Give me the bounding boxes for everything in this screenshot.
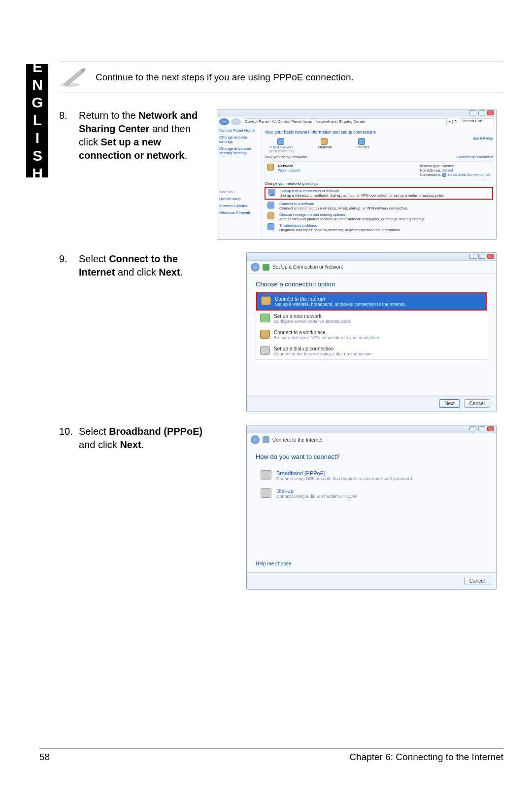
page-content: Continue to the next steps if you are us… xyxy=(59,62,503,602)
sidebar-link-inetopt[interactable]: Internet Options xyxy=(219,204,259,208)
note-text: Continue to the next steps if you are us… xyxy=(96,72,354,83)
next-button[interactable]: Next xyxy=(439,399,460,408)
maximize-button[interactable] xyxy=(478,426,485,431)
screenshot-connect-internet: Connect to the Internet How do you want … xyxy=(246,425,497,590)
step-number: 8. xyxy=(59,109,79,121)
active-networks-label: View your active networks xyxy=(265,155,307,159)
button-bar: Cancel xyxy=(247,572,496,589)
sidebar-link-homegroup[interactable]: HomeGroup xyxy=(219,197,259,201)
maximize-button[interactable] xyxy=(478,110,485,115)
wizard-prompt: Choose a connection option xyxy=(247,274,496,292)
forward-icon[interactable] xyxy=(231,118,241,125)
see-full-map-link[interactable]: See full map xyxy=(472,136,493,140)
maximize-button[interactable] xyxy=(478,254,485,259)
cancel-button[interactable]: Cancel xyxy=(464,577,490,585)
page-footer: 58 Chapter 6: Connecting to the Internet xyxy=(39,748,503,763)
active-network-box: Network Work network Access type: Intern… xyxy=(265,161,493,179)
pc-icon xyxy=(277,138,284,145)
network-icon xyxy=(267,164,274,171)
sidebar-panel: Control Panel Home Change adapter settin… xyxy=(217,126,262,239)
button-bar: Next Cancel xyxy=(247,395,496,412)
wizard-prompt: How do you want to connect? xyxy=(247,446,496,468)
breadcrumb-path[interactable]: Control Panel › All Control Panel Items … xyxy=(243,118,447,125)
internet-icon xyxy=(261,296,271,305)
homegroup-link[interactable]: Joined xyxy=(442,168,453,173)
main-panel: View your basic network information and … xyxy=(262,126,496,239)
minimize-button[interactable] xyxy=(469,110,476,115)
wizard-title: Set Up a Connection or Network xyxy=(272,264,343,270)
connect-disconnect-link[interactable]: Connect or disconnect xyxy=(456,155,493,159)
step-number: 10. xyxy=(59,425,79,437)
workplace-icon xyxy=(260,330,270,339)
address-bar: Control Panel › All Control Panel Items … xyxy=(217,117,496,126)
setup-new-network-option[interactable]: Set up a new networkConfigure a new rout… xyxy=(256,311,487,327)
cancel-button[interactable]: Cancel xyxy=(464,399,490,408)
language-tab: ENGLISH xyxy=(26,64,48,177)
work-network-link[interactable]: Work network xyxy=(278,168,300,173)
dialup-option[interactable]: Set up a dial-up connectionConnect to th… xyxy=(256,343,487,359)
wizard-icon xyxy=(263,264,269,271)
window-titlebar xyxy=(217,109,496,117)
language-label: ENGLISH xyxy=(29,59,46,183)
homegroup-icon xyxy=(267,212,274,219)
step-text: Return to the Network and Sharing Center… xyxy=(79,109,217,162)
wizard-title: Connect to the Internet xyxy=(272,437,323,443)
back-icon[interactable] xyxy=(251,263,260,272)
back-icon[interactable] xyxy=(219,118,229,125)
connect-network-option[interactable]: Connect to a networkConnect or reconnect… xyxy=(265,201,493,211)
connection-icon xyxy=(442,173,446,177)
window-titlebar xyxy=(247,253,496,261)
step-text: Select Connect to the Internet and click… xyxy=(79,252,217,279)
minimize-button[interactable] xyxy=(469,426,476,431)
close-button[interactable] xyxy=(487,110,494,115)
connect-workplace-option[interactable]: Connect to a workplaceSet up a dial-up o… xyxy=(256,327,487,343)
option-list: Connect to the InternetSet up a wireless… xyxy=(256,292,487,360)
sidebar-link-advanced[interactable]: Change advanced sharing settings xyxy=(219,146,259,155)
wizard-header: Set Up a Connection or Network xyxy=(247,261,496,274)
dialup-icon xyxy=(260,346,270,355)
wizard-header: Connect to the Internet xyxy=(247,433,496,446)
broadband-icon xyxy=(261,470,271,480)
note-row: Continue to the next steps if you are us… xyxy=(59,62,503,93)
dialup-icon xyxy=(261,488,271,498)
close-button[interactable] xyxy=(487,254,494,259)
window-titlebar xyxy=(247,425,496,433)
minimize-button[interactable] xyxy=(469,254,476,259)
globe-icon xyxy=(358,138,365,145)
homegroup-option[interactable]: Choose homegroup and sharing optionsAcce… xyxy=(265,211,493,222)
screenshot-setup-connection: Set Up a Connection or Network Choose a … xyxy=(246,252,497,412)
close-button[interactable] xyxy=(487,426,494,431)
step-9: 9. Select Connect to the Internet and cl… xyxy=(59,252,503,412)
step-10: 10. Select Broadband (PPPoE) and click N… xyxy=(59,425,503,590)
search-input[interactable]: Search Con… xyxy=(460,118,494,125)
troubleshoot-icon xyxy=(267,223,274,230)
network-map: ENGLISH-PC (This computer) Network Inter… xyxy=(265,136,374,155)
globe-icon xyxy=(263,436,269,443)
dialup-option[interactable]: Dial-upConnect using a dial-up modem or … xyxy=(247,486,496,504)
sidebar-link-home[interactable]: Control Panel Home xyxy=(219,128,259,133)
step-text: Select Broadband (PPPoE) and click Next. xyxy=(79,425,217,452)
page-number: 58 xyxy=(39,752,50,763)
change-settings-label: Change your networking settings xyxy=(265,181,493,186)
section-title: View your basic network information and … xyxy=(265,130,493,135)
network-icon xyxy=(321,138,328,145)
broadband-pppoe-option[interactable]: Broadband (PPPoE)Connect using DSL or ca… xyxy=(247,468,496,486)
setup-new-connection-option[interactable]: Set up a new connection or networkSet up… xyxy=(265,187,493,200)
pen-icon xyxy=(59,67,89,88)
sidebar-seealso-label: See also xyxy=(219,190,259,194)
sidebar-link-adapter[interactable]: Change adapter settings xyxy=(219,135,259,144)
step-number: 9. xyxy=(59,252,79,265)
local-area-connection-link[interactable]: Local Area Connection 24 xyxy=(448,173,491,177)
chapter-title: Chapter 6: Connecting to the Internet xyxy=(349,752,503,763)
sidebar-link-firewall[interactable]: Windows Firewall xyxy=(219,210,259,215)
troubleshoot-option[interactable]: Troubleshoot problemsDiagnose and repair… xyxy=(265,222,493,233)
back-icon[interactable] xyxy=(251,435,260,444)
connect-icon xyxy=(267,202,274,209)
step-8: 8. Return to the Network and Sharing Cen… xyxy=(59,109,503,240)
router-icon xyxy=(260,314,270,322)
screenshot-network-sharing-center: Control Panel › All Control Panel Items … xyxy=(217,109,497,240)
help-me-choose-link[interactable]: Help me choose xyxy=(256,561,291,566)
setup-icon xyxy=(268,189,275,196)
connect-to-internet-option[interactable]: Connect to the InternetSet up a wireless… xyxy=(256,292,487,311)
